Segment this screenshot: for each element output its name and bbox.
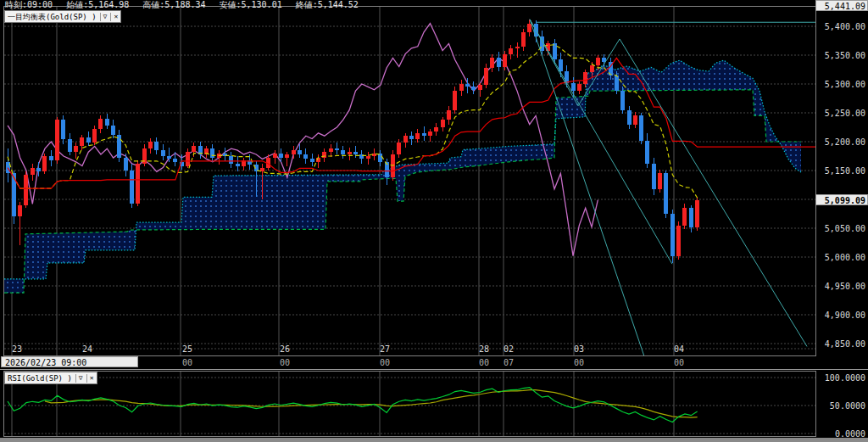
candle-down[interactable] — [161, 150, 165, 156]
price-tick-label: 5,000.00 — [825, 253, 865, 262]
rsi-pane-close-icon[interactable]: ✕ — [86, 374, 94, 383]
candle-down[interactable] — [124, 158, 128, 171]
candle-down[interactable] — [471, 87, 476, 89]
candle-down[interactable] — [409, 136, 414, 138]
candle-down[interactable] — [303, 154, 308, 159]
candle-down[interactable] — [670, 214, 675, 256]
candle-up[interactable] — [478, 85, 482, 89]
candle-down[interactable] — [310, 159, 314, 161]
candle-down[interactable] — [645, 141, 649, 164]
rsi-pane-title-box[interactable]: RSI(Gold(SP) ) ▽ ✕ — [4, 372, 97, 384]
candle-up[interactable] — [42, 156, 47, 171]
candle-down[interactable] — [68, 139, 72, 153]
candle-up[interactable] — [577, 84, 581, 91]
candle-down[interactable] — [465, 84, 470, 87]
candle-up[interactable] — [403, 136, 408, 143]
candle-up[interactable] — [682, 208, 687, 225]
rsi-pane-minimize-icon[interactable]: ▽ — [75, 374, 83, 383]
candle-up[interactable] — [186, 152, 190, 165]
candle-up[interactable] — [434, 127, 438, 131]
candle-down[interactable] — [36, 168, 41, 172]
candle-down[interactable] — [335, 148, 339, 150]
candle-up[interactable] — [80, 137, 84, 147]
candle-down[interactable] — [229, 156, 233, 164]
candle-up[interactable] — [503, 54, 507, 67]
candle-up[interactable] — [527, 24, 531, 32]
candle-down[interactable] — [210, 148, 214, 158]
candle-up[interactable] — [428, 131, 432, 136]
candle-up[interactable] — [192, 146, 196, 152]
candle-up[interactable] — [509, 48, 513, 54]
candle-up[interactable] — [348, 152, 352, 154]
candle-down[interactable] — [497, 58, 501, 66]
candle-up[interactable] — [515, 47, 520, 48]
candle-down[interactable] — [236, 164, 240, 166]
candle-up[interactable] — [590, 65, 594, 72]
candle-up[interactable] — [136, 164, 140, 204]
candle-up[interactable] — [98, 119, 103, 129]
candle-down[interactable] — [620, 91, 625, 109]
candle-up[interactable] — [329, 148, 333, 152]
candle-down[interactable] — [689, 208, 693, 227]
candle-up[interactable] — [459, 84, 464, 91]
candle-down[interactable] — [298, 150, 302, 154]
candle-down[interactable] — [279, 154, 283, 158]
candle-up[interactable] — [521, 32, 526, 47]
candle-up[interactable] — [441, 120, 445, 127]
candle-down[interactable] — [571, 83, 576, 92]
candle-down[interactable] — [553, 43, 557, 59]
main-pane-minimize-icon[interactable]: ▽ — [100, 13, 108, 21]
candle-up[interactable] — [490, 58, 494, 68]
bottom-resize-bar[interactable] — [0, 438, 868, 442]
candle-up[interactable] — [55, 120, 59, 160]
candle-up[interactable] — [676, 226, 681, 256]
candle-down[interactable] — [615, 76, 619, 91]
candle-down[interactable] — [627, 110, 632, 125]
candle-up[interactable] — [31, 168, 35, 176]
candle-down[interactable] — [49, 156, 53, 160]
candle-up[interactable] — [322, 152, 326, 158]
candle-up[interactable] — [148, 142, 153, 148]
candle-down[interactable] — [86, 137, 91, 143]
candle-up[interactable] — [273, 154, 277, 158]
candle-down[interactable] — [167, 156, 171, 159]
candle-up[interactable] — [484, 68, 488, 85]
candle-down[interactable] — [173, 159, 177, 161]
candle-down[interactable] — [422, 133, 426, 136]
candle-up[interactable] — [366, 156, 370, 159]
candle-down[interactable] — [130, 171, 134, 204]
candle-down[interactable] — [154, 142, 159, 150]
day-label: 23 — [12, 344, 22, 354]
header-close: 終値:5,144.52 — [296, 0, 359, 10]
candle-up[interactable] — [92, 129, 97, 143]
header-high: 高値:5,188.34 — [142, 0, 205, 10]
candle-up[interactable] — [633, 115, 637, 124]
candle-down[interactable] — [664, 173, 668, 214]
main-pane-title-box[interactable]: 一目均衡表(Gold(SP) ) ▽ ✕ — [4, 10, 121, 23]
candle-up[interactable] — [24, 175, 28, 204]
candle-up[interactable] — [397, 143, 401, 154]
candle-up[interactable] — [18, 205, 22, 217]
candle-up[interactable] — [415, 133, 420, 139]
candle-down[interactable] — [105, 119, 109, 126]
candle-up[interactable] — [596, 58, 600, 65]
candle-down[interactable] — [639, 115, 643, 140]
candle-down[interactable] — [117, 135, 121, 158]
candle-up[interactable] — [453, 91, 457, 109]
candle-up[interactable] — [285, 154, 289, 158]
candle-down[interactable] — [341, 150, 345, 154]
candle-down[interactable] — [353, 152, 358, 154]
candle-up[interactable] — [658, 173, 662, 188]
candle-up[interactable] — [447, 110, 451, 120]
chart-canvas[interactable]: 5,400.005,350.005,300.005,250.005,200.00… — [0, 0, 868, 442]
candle-down[interactable] — [652, 164, 656, 189]
candle-up[interactable] — [583, 72, 587, 84]
candle-up[interactable] — [292, 150, 296, 154]
price-axis-labels: 5,400.005,350.005,300.005,250.005,200.00… — [825, 22, 865, 439]
main-pane — [4, 20, 815, 293]
candle-up[interactable] — [74, 146, 78, 152]
candle-down[interactable] — [61, 120, 65, 138]
candle-down[interactable] — [111, 126, 115, 135]
main-pane-close-icon[interactable]: ✕ — [110, 13, 118, 21]
candle-up[interactable] — [695, 200, 699, 227]
